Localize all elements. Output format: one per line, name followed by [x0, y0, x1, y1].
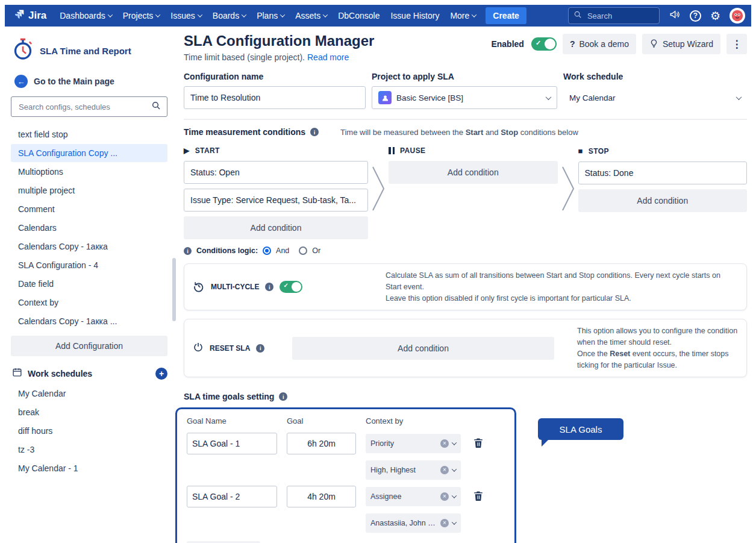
sidebar-search[interactable]: [11, 96, 167, 117]
stop-column: ■ STOP Status: Done Add condition: [578, 137, 748, 255]
setup-wizard-button[interactable]: Setup Wizard: [642, 34, 720, 54]
config-item[interactable]: text field stop: [11, 125, 167, 143]
project-label: Project to apply SLA: [372, 72, 557, 81]
schedule-list: My Calendar break diff hours tz -3 My Ca…: [11, 384, 167, 477]
info-icon[interactable]: [310, 128, 319, 136]
context-field-select[interactable]: Priority ×: [366, 434, 461, 453]
goal-name-input[interactable]: [187, 433, 277, 454]
nav-dbconsole[interactable]: DbConsole: [333, 8, 384, 24]
config-item[interactable]: Context by: [11, 293, 167, 312]
chevron-down-icon: [198, 12, 202, 17]
clear-icon[interactable]: ×: [440, 466, 449, 474]
jira-logo-text: Jira: [28, 10, 46, 22]
nav-assets[interactable]: Assets: [290, 8, 332, 24]
work-schedules-header: Work schedules +: [11, 367, 167, 380]
config-item[interactable]: Calendars Copy - 1акка: [11, 237, 167, 256]
reset-add-condition-button[interactable]: Add condition: [292, 337, 554, 360]
jira-logo[interactable]: Jira: [13, 8, 46, 23]
context-values-select[interactable]: High, Highest ×: [366, 460, 461, 480]
config-item[interactable]: Date field: [11, 275, 167, 293]
info-icon[interactable]: [279, 392, 287, 401]
global-search[interactable]: [568, 7, 660, 24]
calendar-icon: [12, 367, 22, 380]
goal-value-input[interactable]: [287, 486, 356, 507]
nav-projects[interactable]: Projects: [118, 8, 165, 24]
goal-context-values-row: Anastasiia, John Smit... ×: [187, 513, 505, 533]
config-item[interactable]: Calendars: [11, 219, 167, 237]
work-schedule-select[interactable]: My Calendar: [563, 86, 747, 109]
config-item[interactable]: Multioptions: [11, 163, 167, 181]
page-header: SLA Configuration Manager Time limit bas…: [184, 30, 747, 67]
sidebar-search-input[interactable]: [17, 102, 151, 112]
chevron-down-icon: [472, 12, 476, 17]
back-to-main-link[interactable]: ← Go to the Main page: [11, 71, 167, 92]
start-add-condition-button[interactable]: Add condition: [184, 216, 368, 239]
goal-row: Priority ×: [187, 433, 505, 454]
top-navbar: Jira Dashboards Projects Issues Boards P…: [5, 5, 751, 27]
config-item[interactable]: multiple project: [11, 181, 167, 199]
context-field-select[interactable]: Assignee ×: [366, 487, 461, 506]
info-icon[interactable]: [265, 283, 273, 291]
clear-icon[interactable]: ×: [440, 439, 449, 448]
clear-icon[interactable]: ×: [440, 519, 449, 527]
info-icon[interactable]: [256, 344, 264, 353]
config-item[interactable]: Comment: [11, 200, 167, 218]
gear-icon[interactable]: ⚙: [710, 10, 720, 22]
start-column: ▶ START Status: Open Issue Type: Service…: [184, 137, 368, 255]
enabled-toggle[interactable]: ✓: [531, 37, 557, 51]
goal-name-header: Goal Name: [187, 416, 277, 425]
nav-more[interactable]: More: [445, 8, 481, 24]
schedule-item[interactable]: diff hours: [11, 422, 167, 440]
start-condition[interactable]: Issue Type: Service Request, Sub-task, T…: [184, 189, 368, 212]
nav-dashboards[interactable]: Dashboards: [55, 8, 117, 24]
clear-icon[interactable]: ×: [440, 492, 449, 501]
toggle-knob: [545, 39, 555, 49]
read-more-link[interactable]: Read more: [307, 52, 349, 62]
project-avatar-icon: [378, 91, 392, 104]
schedule-item[interactable]: My Calendar - 1: [11, 459, 167, 477]
nav-issue-history[interactable]: Issue History: [386, 8, 444, 24]
sidebar-scrollbar[interactable]: [172, 258, 176, 321]
back-arrow-icon: ←: [14, 75, 28, 88]
goal-name-input[interactable]: [187, 486, 277, 507]
delete-goal-button[interactable]: [470, 488, 486, 506]
add-configuration-button[interactable]: Add Configuration: [11, 336, 167, 356]
page-subtitle: Time limit based (single project).Read m…: [184, 52, 374, 62]
toggle-knob: [292, 282, 301, 292]
nav-plans[interactable]: Plans: [252, 8, 289, 24]
goal-value-input[interactable]: [287, 433, 356, 454]
config-item[interactable]: Calendars Copy - 1акка ...: [11, 312, 167, 330]
chevron-down-icon: [546, 94, 552, 100]
start-condition[interactable]: Status: Open: [184, 161, 368, 184]
create-button[interactable]: Create: [486, 7, 526, 24]
help-icon[interactable]: ?: [690, 10, 701, 22]
schedule-item[interactable]: tz -3: [11, 441, 167, 459]
project-select[interactable]: Basic Service [BS]: [372, 86, 557, 109]
nav-boards[interactable]: Boards: [208, 8, 251, 24]
schedule-item[interactable]: break: [11, 403, 167, 421]
nav-issues[interactable]: Issues: [166, 8, 206, 24]
pause-add-condition-button[interactable]: Add condition: [389, 161, 558, 184]
config-name-label: Configuration name: [184, 72, 366, 81]
multi-cycle-toggle[interactable]: ✓: [280, 281, 302, 293]
chevron-down-icon: [155, 12, 160, 17]
context-values-select[interactable]: Anastasiia, John Smit... ×: [366, 513, 461, 533]
config-item[interactable]: SLA Configuration - 4: [11, 256, 167, 274]
stop-condition[interactable]: Status: Done: [578, 162, 748, 184]
global-search-input[interactable]: [586, 11, 654, 21]
delete-goal-button[interactable]: [470, 435, 486, 453]
user-avatar[interactable]: [729, 8, 745, 24]
logic-or-radio[interactable]: [299, 246, 307, 255]
book-demo-button[interactable]: ? Book a demo: [563, 34, 636, 54]
info-icon[interactable]: [184, 247, 192, 255]
add-schedule-icon[interactable]: +: [155, 368, 167, 380]
stop-add-condition-button[interactable]: Add condition: [578, 189, 748, 212]
goals-header-row: Goal Name Goal Context by: [187, 416, 505, 427]
logic-and-radio[interactable]: [263, 246, 271, 255]
config-item-selected[interactable]: SLA Configuration Copy ...: [11, 144, 167, 162]
power-icon: [193, 342, 204, 354]
announcement-icon[interactable]: [669, 9, 681, 22]
config-name-input[interactable]: [184, 86, 366, 109]
schedule-item[interactable]: My Calendar: [11, 384, 167, 403]
more-options-button[interactable]: ⋮: [726, 34, 747, 54]
